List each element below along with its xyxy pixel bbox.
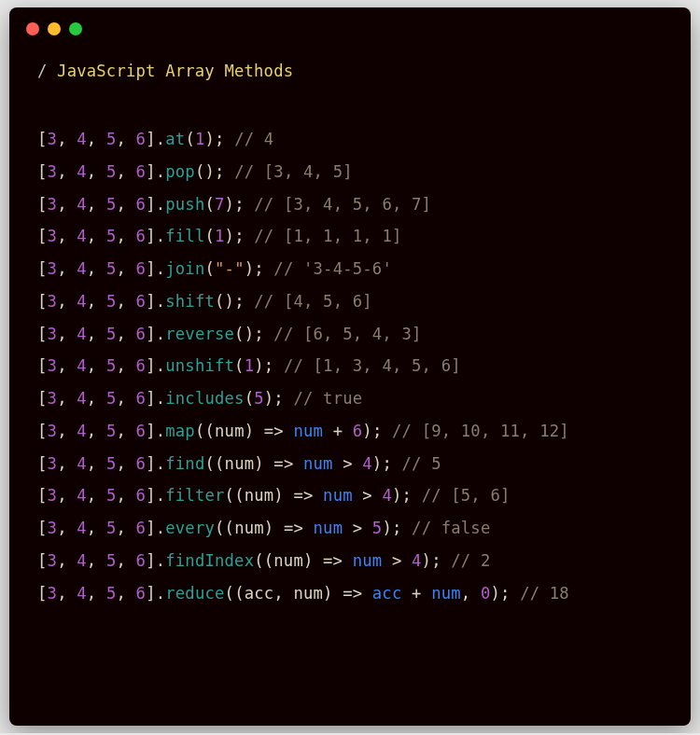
method-name: pop — [165, 162, 195, 181]
result-comment: // '3-4-5-6' — [273, 259, 392, 278]
method-name: reverse — [165, 325, 234, 343]
method-name: join — [165, 259, 204, 278]
minimize-icon[interactable] — [48, 22, 61, 35]
code-window: / JavaScript Array Methods [3, 4, 5, 6].… — [9, 7, 691, 726]
method-name: unshift — [165, 356, 234, 375]
window-titlebar — [9, 7, 691, 43]
result-comment: // 4 — [234, 130, 273, 148]
result-comment: // [6, 5, 4, 3] — [273, 325, 421, 343]
result-comment: // 18 — [520, 584, 569, 603]
code-content: / JavaScript Array Methods [3, 4, 5, 6].… — [9, 43, 691, 628]
method-name: includes — [165, 389, 244, 408]
method-name: fill — [165, 227, 204, 245]
code-line: [3, 4, 5, 6].reverse(); // [6, 5, 4, 3] — [37, 318, 663, 351]
title-slash: / — [37, 62, 48, 80]
result-comment: // [1, 1, 1, 1] — [254, 227, 401, 245]
code-line: [3, 4, 5, 6].find((num) => num > 4); // … — [37, 448, 663, 480]
method-name: map — [165, 422, 195, 440]
result-comment: // [3, 4, 5, 6, 7] — [254, 195, 431, 214]
code-line: [3, 4, 5, 6].reduce((acc, num) => acc + … — [37, 577, 663, 610]
result-comment: // 5 — [402, 454, 441, 473]
result-comment: // [1, 3, 4, 5, 6] — [284, 356, 461, 375]
result-comment: // false — [412, 519, 490, 537]
method-name: at — [165, 130, 185, 148]
result-comment: // true — [293, 389, 362, 408]
code-line: [3, 4, 5, 6].unshift(1); // [1, 3, 4, 5,… — [37, 350, 663, 382]
code-line: [3, 4, 5, 6].shift(); // [4, 5, 6] — [37, 285, 663, 318]
method-name: reduce — [165, 584, 224, 603]
code-lines: [3, 4, 5, 6].at(1); // 4[3, 4, 5, 6].pop… — [37, 123, 663, 609]
method-name: every — [165, 519, 215, 537]
close-icon[interactable] — [26, 22, 39, 35]
result-comment: // [4, 5, 6] — [254, 292, 372, 311]
result-comment: // 2 — [451, 551, 490, 570]
code-line: [3, 4, 5, 6].join("-"); // '3-4-5-6' — [37, 253, 663, 285]
code-line: [3, 4, 5, 6].at(1); // 4 — [37, 123, 663, 156]
result-comment: // [9, 10, 11, 12] — [392, 422, 569, 440]
code-line: [3, 4, 5, 6].pop(); // [3, 4, 5] — [37, 156, 663, 188]
maximize-icon[interactable] — [69, 22, 82, 35]
method-name: shift — [165, 292, 215, 311]
code-line: [3, 4, 5, 6].every((num) => num > 5); //… — [37, 512, 663, 545]
method-name: filter — [165, 486, 224, 505]
code-line: [3, 4, 5, 6].findIndex((num) => num > 4)… — [37, 545, 663, 577]
code-line: [3, 4, 5, 6].map((num) => num + 6); // [… — [37, 415, 663, 448]
code-line: [3, 4, 5, 6].fill(1); // [1, 1, 1, 1] — [37, 220, 663, 253]
code-line: [3, 4, 5, 6].includes(5); // true — [37, 382, 663, 415]
method-name: find — [165, 454, 204, 473]
code-line: [3, 4, 5, 6].push(7); // [3, 4, 5, 6, 7] — [37, 188, 663, 221]
code-line: [3, 4, 5, 6].filter((num) => num > 4); /… — [37, 479, 663, 512]
title-comment: / JavaScript Array Methods — [37, 62, 663, 80]
result-comment: // [3, 4, 5] — [234, 162, 353, 181]
method-name: push — [165, 195, 204, 214]
method-name: findIndex — [165, 551, 254, 570]
result-comment: // [5, 6] — [422, 486, 511, 505]
title-text: JavaScript Array Methods — [48, 62, 294, 80]
